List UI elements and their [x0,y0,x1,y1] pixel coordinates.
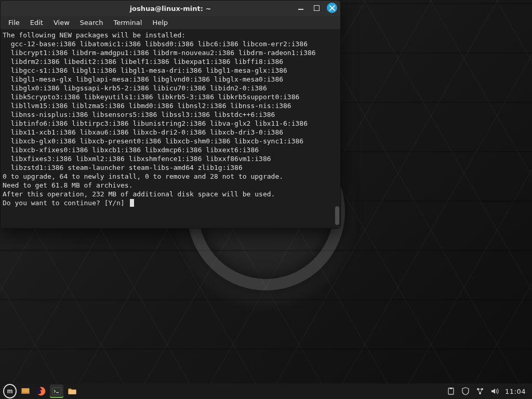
terminal-line: libdrm2:i386 libedit2:i386 libelf1:i386 … [3,58,283,65]
tray-network[interactable] [476,387,484,395]
terminal-line: 0 to upgrade, 64 to newly install, 0 to … [3,172,283,180]
terminal-line: The following NEW packages will be insta… [3,31,185,39]
window-minimize-button[interactable] [296,3,306,13]
window-maximize-button[interactable] [311,3,322,13]
menu-button[interactable]: m [3,384,17,398]
scrollbar-thumb[interactable] [335,206,339,225]
terminal-line: libxcb-xfixes0:i386 libxcb1:i386 libxdmc… [3,146,259,154]
window-titlebar[interactable]: joshua@linux-mint: ~ [1,1,340,16]
terminal-line: libgl1-mesa-glx libglapi-mesa:i386 libgl… [3,75,283,83]
menu-help[interactable]: Help [148,18,172,28]
tray-clipboard[interactable] [447,387,455,395]
menu-file[interactable]: File [4,18,24,28]
terminal-prompt-line: Do you want to continue? [Y/n] [3,199,129,207]
menu-terminal[interactable]: Terminal [109,18,147,28]
terminal-line: libglx0:i386 libgssapi-krb5-2:i386 libic… [3,84,267,92]
terminal-scrollbar[interactable] [334,30,339,228]
shield-icon [461,387,470,395]
svg-rect-1 [22,393,30,394]
panel-clock[interactable]: 11:04 [505,388,526,395]
terminal-line: libtinfo6:i386 libtirpc3:i386 libunistri… [3,119,308,127]
clipboard-icon [447,387,455,395]
firefox-icon [36,386,46,396]
terminal-cursor [130,199,134,207]
show-desktop-button[interactable] [19,384,32,398]
svg-rect-4 [69,390,76,394]
terminal-icon [51,386,62,396]
terminal-line: libnss-nisplus:i386 libsensors5:i386 lib… [3,111,275,118]
terminal-line: libx11-xcb1:i386 libxau6:i386 libxcb-dri… [3,128,283,136]
terminal-output[interactable]: The following NEW packages will be insta… [1,30,340,228]
terminal-window: joshua@linux-mint: ~ File Edit View Sear… [0,0,341,229]
svg-rect-6 [450,388,453,389]
terminal-launcher[interactable] [50,384,63,398]
window-menubar: File Edit View Search Terminal Help [1,16,340,30]
svg-rect-3 [52,388,61,394]
firefox-launcher[interactable] [34,384,48,398]
menu-view[interactable]: View [49,18,74,28]
terminal-line: libgcc-s1:i386 libgl1:i386 libgl1-mesa-d… [3,66,287,74]
taskbar: m 11:04 [0,383,532,399]
files-launcher[interactable] [65,384,79,398]
network-icon [476,387,484,395]
window-close-button[interactable] [327,3,337,13]
tray-firewall[interactable] [461,387,470,395]
menu-edit[interactable]: Edit [25,18,48,28]
tray-volume[interactable] [490,387,499,395]
mint-menu-icon: m [3,384,17,398]
terminal-line: gcc-12-base:i386 libatomic1:i386 libbsd0… [3,40,308,48]
menu-search[interactable]: Search [75,18,108,28]
show-desktop-icon [20,386,31,396]
volume-icon [490,387,499,395]
terminal-line: libxcb-glx0:i386 libxcb-present0:i386 li… [3,137,303,145]
terminal-line: libllvm15:i386 liblzma5:i386 libmd0:i386… [3,102,291,110]
window-title: joshua@linux-mint: ~ [1,5,340,12]
terminal-line: Need to get 61.8 MB of archives. [3,181,132,189]
close-icon [329,5,335,11]
files-icon [67,386,77,396]
terminal-line: libxfixes3:i386 libxml2:i386 libxshmfenc… [3,155,271,163]
terminal-line: libk5crypto3:i386 libkeyutils1:i386 libk… [3,93,299,101]
terminal-line: libcrypt1:i386 libdrm-amdgpu1:i386 libdr… [3,49,316,57]
terminal-line: libzstd1:i386 steam-launcher steam-libs-… [3,164,243,171]
terminal-line: After this operation, 232 MB of addition… [3,190,275,198]
